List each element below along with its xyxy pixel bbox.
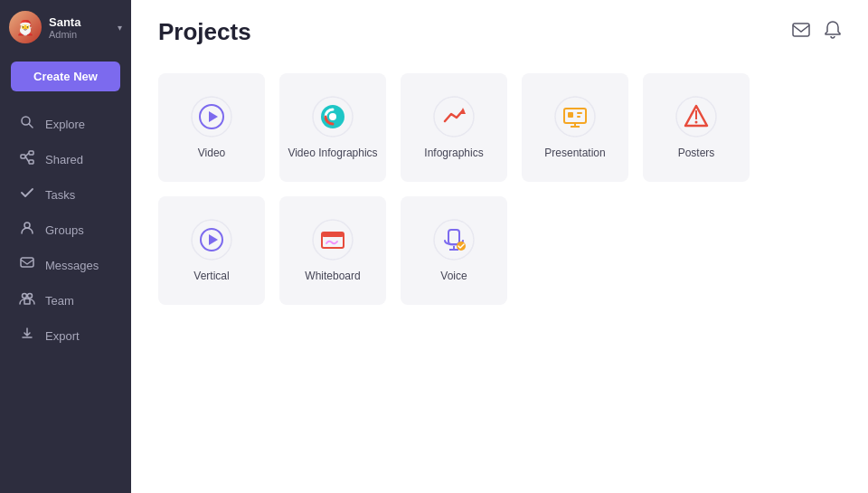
user-role: Admin	[49, 29, 110, 40]
whiteboard-icon	[312, 219, 354, 261]
infographics-icon	[433, 96, 475, 137]
sidebar-item-team[interactable]: Team	[5, 283, 126, 318]
video-icon	[191, 96, 232, 137]
header-actions	[792, 21, 841, 43]
share-icon	[18, 150, 36, 168]
project-card-whiteboard[interactable]: Whiteboard	[279, 196, 386, 305]
svg-marker-14	[209, 111, 218, 122]
sidebar-item-groups[interactable]: Groups	[5, 213, 126, 247]
sidebar-item-label: Shared	[45, 153, 83, 166]
team-icon	[18, 291, 36, 309]
bell-icon[interactable]	[825, 21, 841, 43]
page-title: Projects	[158, 18, 251, 46]
svg-rect-22	[568, 112, 573, 118]
svg-rect-36	[322, 232, 344, 237]
svg-rect-3	[29, 151, 33, 155]
svg-point-37	[434, 220, 474, 260]
sidebar-item-tasks[interactable]: Tasks	[5, 177, 126, 212]
project-card-voice[interactable]: Voice	[401, 196, 507, 305]
svg-point-17	[329, 113, 336, 120]
presentation-icon	[554, 96, 596, 137]
svg-rect-38	[448, 230, 459, 244]
posters-icon	[675, 96, 717, 137]
svg-marker-33	[209, 234, 218, 245]
sidebar-item-label: Export	[45, 329, 80, 343]
sidebar-item-export[interactable]: Export	[5, 318, 126, 353]
check-icon	[18, 185, 36, 204]
sidebar-item-label: Groups	[45, 223, 84, 237]
create-new-button[interactable]: Create New	[11, 62, 120, 91]
user-info: Santa Admin	[49, 15, 110, 40]
sidebar-item-label: Explore	[45, 118, 85, 131]
project-card-label: Posters	[678, 147, 715, 159]
svg-rect-11	[793, 24, 809, 36]
svg-marker-19	[460, 108, 466, 114]
project-card-label: Presentation	[544, 147, 605, 159]
sidebar-item-explore[interactable]: Explore	[5, 107, 126, 141]
svg-point-30	[695, 121, 698, 124]
projects-grid: Video Video Infographics	[131, 55, 868, 323]
svg-point-10	[28, 294, 33, 299]
sidebar-item-messages[interactable]: Messages	[5, 248, 126, 282]
project-card-label: Vertical	[193, 270, 229, 282]
svg-rect-21	[564, 109, 586, 123]
avatar: 🎅	[9, 11, 42, 43]
main-content: Projects	[131, 0, 868, 493]
project-card-label: Whiteboard	[305, 270, 360, 282]
project-card-video[interactable]: Video	[158, 73, 265, 182]
project-card-posters[interactable]: Posters	[643, 73, 750, 182]
project-card-presentation[interactable]: Presentation	[522, 73, 628, 182]
sidebar-nav: Explore Shared Tasks	[0, 106, 131, 354]
svg-rect-4	[29, 160, 33, 164]
project-card-label: Video Infographics	[288, 147, 377, 159]
sidebar-item-label: Team	[45, 294, 74, 308]
project-card-label: Infographics	[424, 147, 483, 159]
svg-rect-8	[21, 258, 33, 267]
mail-icon[interactable]	[792, 23, 810, 42]
svg-point-7	[24, 223, 30, 228]
project-card-label: Video	[198, 147, 225, 159]
project-card-vertical[interactable]: Vertical	[158, 196, 265, 305]
user-name: Santa	[49, 15, 110, 29]
search-icon	[18, 115, 36, 133]
project-card-infographics[interactable]: Infographics	[401, 73, 507, 182]
svg-line-5	[25, 153, 29, 156]
svg-line-6	[25, 156, 29, 162]
svg-point-20	[555, 97, 595, 137]
vertical-icon	[191, 219, 232, 261]
export-icon	[18, 327, 36, 345]
svg-line-1	[29, 124, 33, 128]
project-card-label: Voice	[440, 270, 467, 282]
svg-point-9	[23, 294, 27, 299]
video-infographics-icon	[312, 96, 354, 137]
project-card-video-infographics[interactable]: Video Infographics	[279, 73, 386, 182]
chevron-down-icon: ▾	[118, 23, 122, 33]
sidebar-item-shared[interactable]: Shared	[5, 142, 126, 176]
sidebar: 🎅 Santa Admin ▾ Create New Explore	[0, 0, 131, 493]
groups-icon	[18, 221, 36, 239]
page-header: Projects	[131, 0, 868, 55]
svg-rect-2	[21, 155, 25, 158]
voice-icon	[433, 219, 475, 261]
sidebar-item-label: Messages	[45, 259, 99, 272]
user-section[interactable]: 🎅 Santa Admin ▾	[0, 0, 131, 54]
svg-rect-23	[577, 112, 582, 114]
svg-rect-24	[577, 116, 580, 118]
svg-point-34	[313, 220, 353, 260]
sidebar-item-label: Tasks	[45, 188, 75, 202]
message-icon	[18, 256, 36, 274]
